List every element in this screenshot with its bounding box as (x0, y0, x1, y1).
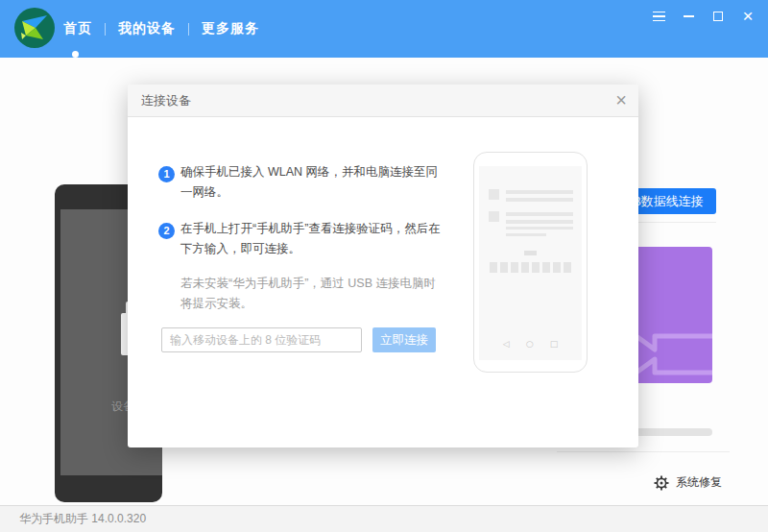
titlebar: 首页 我的设备 更多服务 × (0, 0, 768, 58)
dialog-close-icon[interactable]: × (615, 85, 627, 115)
verification-code-input[interactable] (161, 327, 362, 352)
minimize-icon[interactable] (680, 8, 697, 25)
app-version-text: 华为手机助手 14.0.0.320 (19, 506, 146, 531)
step-1-badge: 1 (158, 166, 175, 182)
active-nav-dot (72, 51, 79, 58)
nav-item-more-services-label: 更多服务 (202, 20, 259, 36)
code-digit-blocks (490, 262, 571, 273)
hamburger-menu-icon[interactable] (650, 8, 667, 25)
connect-device-dialog: 连接设备 × 1 确保手机已接入 WLAN 网络，并和电脑连接至同一网络。 2 … (128, 85, 638, 447)
step-2-text: 在手机上打开“手机助手”查看连接验证码，然后在下方输入，即可连接。 (180, 219, 442, 259)
nav-item-more-services[interactable]: 更多服务 (202, 20, 259, 37)
phone-illustration: ◁ ○ □ (473, 152, 588, 373)
phone-back-icon: ◁ (503, 339, 510, 349)
maximize-icon[interactable] (709, 8, 727, 25)
dialog-title: 连接设备 (141, 85, 191, 117)
system-repair-button[interactable]: 系统修复 (654, 474, 722, 491)
nav-item-my-devices-label: 我的设备 (118, 20, 176, 36)
dialog-header: 连接设备 × (128, 85, 638, 117)
statusbar: 华为手机助手 14.0.0.320 (0, 505, 768, 532)
close-icon[interactable]: × (739, 8, 756, 25)
phone-home-icon: ○ (526, 339, 534, 349)
main-nav: 首页 我的设备 更多服务 (63, 0, 259, 58)
window-controls: × (650, 0, 756, 33)
divider (557, 451, 730, 452)
nav-item-my-devices[interactable]: 我的设备 (118, 20, 176, 37)
step-2-badge: 2 (158, 223, 175, 239)
phone-nav-bar: ◁ ○ □ (479, 339, 582, 349)
nav-item-home-label: 首页 (63, 20, 92, 36)
phone-recent-icon: □ (550, 339, 559, 349)
hisuite-logo-icon (13, 7, 56, 49)
install-note-text: 若未安装“华为手机助手”，通过 USB 连接电脑时将提示安装。 (180, 274, 442, 314)
nav-item-home[interactable]: 首页 (63, 20, 92, 37)
phone-illustration-screen: ◁ ○ □ (479, 166, 582, 360)
nav-separator (188, 23, 189, 36)
code-hint-dash (524, 251, 537, 255)
gear-icon (654, 475, 669, 491)
connect-now-button[interactable]: 立即连接 (372, 327, 436, 352)
nav-separator (105, 23, 106, 36)
step-1-text: 确保手机已接入 WLAN 网络，并和电脑连接至同一网络。 (180, 162, 442, 203)
system-repair-label: 系统修复 (676, 474, 722, 491)
